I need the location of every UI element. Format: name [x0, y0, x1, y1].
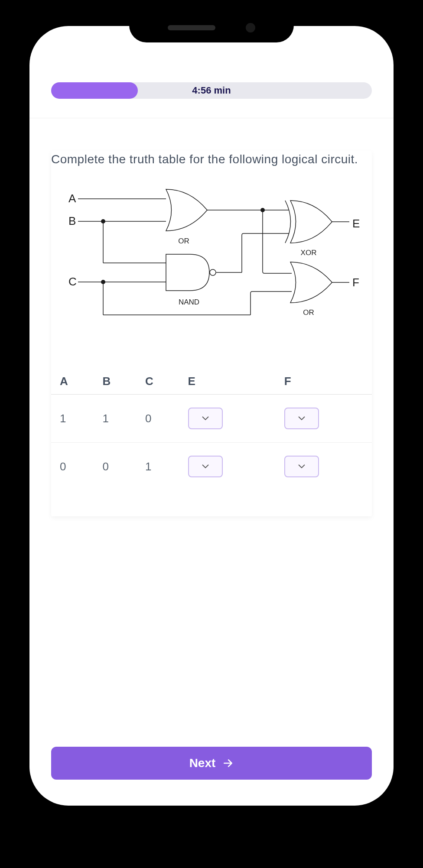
chevron-down-icon	[202, 464, 209, 469]
cell-select	[179, 443, 276, 491]
table-row: 0 0 1	[51, 443, 372, 491]
divider	[29, 118, 394, 118]
gate-label-nand: NAND	[179, 298, 199, 306]
cell-select	[276, 443, 372, 491]
cell-value: 0	[137, 395, 179, 443]
select-e-row0[interactable]	[188, 408, 223, 429]
output-label-e: E	[352, 217, 360, 230]
truth-table: A B C E F 1 1 0	[51, 369, 372, 490]
th-b: B	[94, 369, 137, 395]
input-label-c: C	[68, 275, 77, 288]
spacer	[51, 516, 372, 747]
gate-label-xor: XOR	[301, 249, 317, 257]
th-e: E	[179, 369, 276, 395]
th-f: F	[276, 369, 372, 395]
phone-frame: 4:56 min Complete the truth table for th…	[16, 13, 407, 819]
chevron-down-icon	[202, 416, 209, 421]
timer-fill	[51, 82, 138, 99]
phone-screen: 4:56 min Complete the truth table for th…	[29, 26, 394, 806]
cell-value: 0	[94, 443, 137, 491]
select-f-row1[interactable]	[284, 456, 319, 477]
cell-value: 1	[51, 395, 94, 443]
chevron-down-icon	[298, 416, 305, 421]
cell-select	[179, 395, 276, 443]
question-card: Complete the truth table for the followi…	[51, 151, 372, 516]
question-prompt: Complete the truth table for the followi…	[51, 151, 372, 168]
gate-label-or: OR	[178, 237, 189, 245]
select-f-row0[interactable]	[284, 408, 319, 429]
timer-text: 4:56 min	[192, 85, 231, 96]
input-label-a: A	[68, 192, 76, 205]
gate-label-or2: OR	[303, 308, 314, 317]
next-button[interactable]: Next	[51, 747, 372, 780]
circuit-diagram: A B C E F	[51, 185, 372, 324]
notch-camera	[246, 23, 255, 32]
th-c: C	[137, 369, 179, 395]
output-label-f: F	[352, 276, 359, 289]
screen-content: 4:56 min Complete the truth table for th…	[29, 26, 394, 806]
th-a: A	[51, 369, 94, 395]
cell-value: 1	[94, 395, 137, 443]
cell-value: 1	[137, 443, 179, 491]
chevron-down-icon	[298, 464, 305, 469]
phone-notch	[129, 13, 294, 42]
cell-select	[276, 395, 372, 443]
svg-point-9	[210, 269, 216, 275]
cell-value: 0	[51, 443, 94, 491]
table-row: 1 1 0	[51, 395, 372, 443]
select-e-row1[interactable]	[188, 456, 223, 477]
arrow-right-icon	[222, 758, 234, 769]
input-label-b: B	[68, 214, 76, 227]
timer-progress-bar: 4:56 min	[51, 82, 372, 99]
next-button-label: Next	[189, 756, 216, 770]
notch-speaker	[168, 25, 215, 30]
